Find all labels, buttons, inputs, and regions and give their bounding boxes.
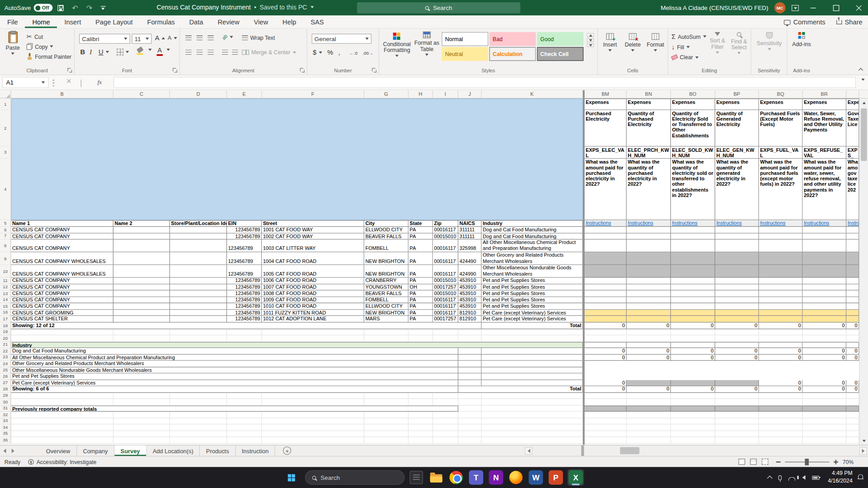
page-layout-view-icon[interactable] <box>750 459 757 465</box>
value-cell[interactable]: 0 <box>803 354 847 361</box>
grid-cell[interactable] <box>759 227 803 233</box>
grid-cell[interactable] <box>846 297 859 303</box>
grid-cell[interactable] <box>409 437 433 443</box>
grid-cell[interactable] <box>458 380 481 386</box>
grid-cell[interactable] <box>803 233 847 239</box>
grid-cell[interactable] <box>627 393 671 399</box>
grid-cell[interactable] <box>113 431 170 437</box>
user-name[interactable]: Melissa A Cidade (CENSUS/EWD FED) <box>661 5 769 11</box>
grid-cell[interactable] <box>585 316 627 322</box>
grid-cell[interactable] <box>227 329 262 335</box>
grid-cell[interactable] <box>803 284 847 291</box>
grid-cell[interactable] <box>627 399 671 405</box>
align-middle-button[interactable] <box>197 35 203 40</box>
grid-cell[interactable] <box>759 252 803 265</box>
grid-cell[interactable]: 00016117 <box>433 310 458 316</box>
grid-cell[interactable] <box>170 316 227 322</box>
grid-cell[interactable]: CRANBERRY <box>364 278 409 284</box>
value-cell[interactable]: 0 <box>715 348 759 354</box>
grid-cell[interactable]: 1003 CAT LITTER WAY <box>262 239 364 252</box>
column-header-E[interactable]: E <box>227 90 262 98</box>
grid-cell[interactable] <box>759 412 803 418</box>
grid-cell[interactable]: 1010 CAT FOOD ROAD <box>262 303 364 310</box>
row-header-14[interactable]: 14 <box>0 297 11 303</box>
increase-font-button[interactable]: A <box>155 35 165 42</box>
grid-cell[interactable] <box>759 399 803 405</box>
grid-cell[interactable]: Pet and Pet Supplies Stores <box>481 284 583 291</box>
grid-cell[interactable] <box>803 393 847 399</box>
grid-cell[interactable] <box>803 431 847 437</box>
grid-cell[interactable] <box>759 284 803 291</box>
grid-cell[interactable]: 1005 CAT FOOD ROAD <box>262 265 364 278</box>
grid-cell[interactable] <box>671 278 715 284</box>
instructions-link-BN[interactable]: Instructions <box>627 220 671 227</box>
instructions-link-partial[interactable]: Instructions <box>846 220 859 227</box>
grid-cell[interactable] <box>671 329 715 335</box>
instructions-link-BO[interactable]: Instructions <box>671 220 715 227</box>
notifications-icon[interactable] <box>858 474 863 479</box>
page-break-view-icon[interactable] <box>762 459 769 465</box>
grid-cell[interactable] <box>433 399 458 405</box>
grid-cell[interactable] <box>113 437 170 443</box>
grid-cell[interactable] <box>364 399 409 405</box>
grid-cell[interactable]: All Other Miscellaneous Chemical Product… <box>481 239 583 252</box>
grid-cell[interactable]: 311111 <box>458 233 481 239</box>
grid-cell[interactable] <box>585 399 627 405</box>
grid-cell[interactable] <box>481 424 583 431</box>
grid-cell[interactable] <box>803 412 847 418</box>
grid-cell[interactable] <box>846 303 859 310</box>
row-header-36[interactable]: 36 <box>0 437 11 443</box>
grid-cell[interactable] <box>113 239 170 252</box>
gallery-down-icon[interactable] <box>587 38 594 42</box>
grid-cell[interactable]: 1002 CAT FOOD WAY <box>262 233 364 239</box>
instructions-link-BM[interactable]: Instructions <box>585 220 627 227</box>
grid-cell[interactable] <box>846 342 859 348</box>
number-dialog-launcher[interactable] <box>372 68 377 73</box>
grid-cell[interactable] <box>585 278 627 284</box>
column-header-partial[interactable] <box>846 90 859 98</box>
fill-caret[interactable] <box>148 49 151 51</box>
firefox-icon[interactable] <box>508 469 524 486</box>
column-header-BN[interactable]: BN <box>627 90 671 98</box>
grid-cell[interactable]: FOMBELL <box>364 239 409 252</box>
grid-cell[interactable]: PA <box>409 239 433 252</box>
grid-cell[interactable] <box>627 424 671 431</box>
blue-banner-region[interactable] <box>11 99 583 220</box>
grid-cell[interactable] <box>627 335 671 342</box>
grid-cell[interactable] <box>113 316 170 322</box>
grid-cell[interactable]: 812910 <box>458 316 481 322</box>
grid-cell[interactable] <box>803 418 847 424</box>
powerpoint-icon[interactable]: P <box>547 469 564 486</box>
grid-cell[interactable]: ELLWOOD CITY <box>364 303 409 310</box>
grid-cell[interactable] <box>458 354 481 361</box>
grid-cell[interactable] <box>803 239 847 252</box>
grid-cell[interactable]: Pet and Pet Supplies Stores <box>481 291 583 297</box>
grid-cell[interactable]: PA <box>409 233 433 239</box>
grid-cell[interactable] <box>627 316 671 322</box>
grid-cell[interactable] <box>113 393 170 399</box>
alignment-dialog-launcher[interactable] <box>300 68 305 73</box>
grid-cell[interactable] <box>715 297 759 303</box>
grid-cell[interactable]: Pet Care (except Veterinary) Services <box>481 316 583 322</box>
grid-cell[interactable] <box>846 278 859 284</box>
column-header-BR[interactable]: BR <box>803 90 847 98</box>
grid-cell[interactable] <box>170 424 227 431</box>
grid-cell[interactable] <box>170 418 227 424</box>
grid-cell[interactable]: FOMBELL <box>364 297 409 303</box>
grid-cell[interactable] <box>627 291 671 297</box>
ribbon-display-options-icon[interactable] <box>792 5 799 10</box>
merge-center-button[interactable]: Merge & Center <box>242 49 296 55</box>
document-title[interactable]: Census Cat Company Instrument • Saved to… <box>157 4 314 11</box>
grid-cell[interactable] <box>627 412 671 418</box>
grid-cell[interactable]: 123456789 <box>227 278 262 284</box>
grid-cell[interactable] <box>481 405 583 412</box>
grid-cell[interactable] <box>715 412 759 418</box>
font-color-caret[interactable] <box>167 49 170 51</box>
grid-cell[interactable] <box>671 437 715 443</box>
row-header-26[interactable]: 26 <box>0 374 11 380</box>
grid-cell[interactable] <box>759 265 803 278</box>
column-header-C[interactable]: C <box>113 90 170 98</box>
grid-cell[interactable] <box>671 393 715 399</box>
grid-cell[interactable]: BEAVER FALLS <box>364 233 409 239</box>
delete-cells-button[interactable]: × Delete <box>622 33 644 51</box>
